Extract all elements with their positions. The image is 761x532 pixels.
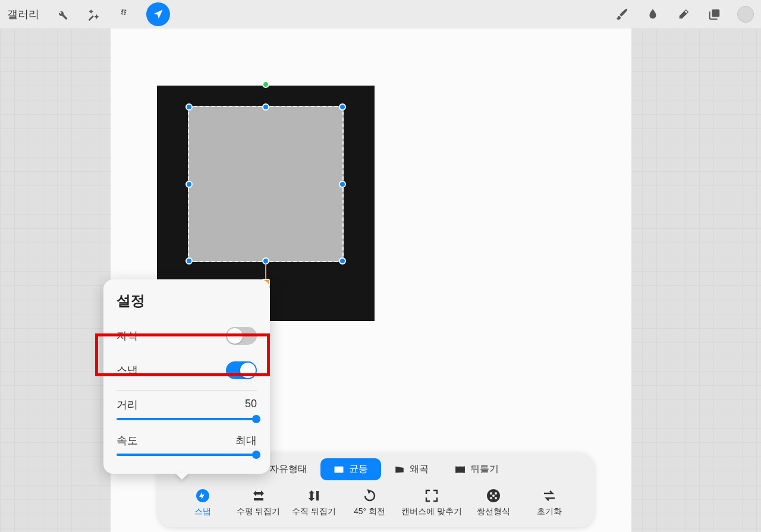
transform-arrow-icon[interactable] <box>146 2 170 26</box>
action-reset[interactable]: 초기화 <box>526 489 573 517</box>
brush-icon[interactable] <box>614 6 630 23</box>
action-bilinear[interactable]: 쌍선형식 <box>470 489 517 517</box>
svg-point-11 <box>492 495 495 497</box>
svg-point-9 <box>490 497 492 499</box>
svg-rect-4 <box>254 498 263 500</box>
action-flip-v[interactable]: 수직 뒤집기 <box>290 489 338 517</box>
distance-slider-row: 거리 50 <box>103 393 270 421</box>
s-selection-icon[interactable] <box>115 6 132 23</box>
handle-top-left[interactable] <box>185 103 193 111</box>
smudge-icon[interactable] <box>644 6 661 23</box>
popup-title: 설정 <box>103 291 270 319</box>
layers-icon[interactable] <box>706 6 723 23</box>
speed-slider[interactable] <box>117 454 257 456</box>
gallery-button[interactable]: 갤러리 <box>7 7 39 21</box>
distance-label: 거리 <box>117 398 138 412</box>
top-toolbar: 갤러리 <box>0 0 761 29</box>
mode-warp[interactable]: 뒤틀기 <box>442 458 512 480</box>
color-picker-circle[interactable] <box>737 6 754 23</box>
snap-label: 스냅 <box>117 363 138 377</box>
snap-toggle[interactable] <box>226 361 257 379</box>
handle-bot-right[interactable] <box>339 257 346 265</box>
svg-rect-5 <box>316 491 319 500</box>
toolbar-right-group <box>614 6 754 23</box>
svg-rect-2 <box>455 466 464 473</box>
action-snap[interactable]: 스냅 <box>179 489 227 517</box>
speed-label: 속도 <box>117 433 138 448</box>
handle-top-right[interactable] <box>339 103 346 111</box>
divider <box>117 390 257 391</box>
mode-distort[interactable]: 왜곡 <box>381 458 442 480</box>
rotation-handle[interactable] <box>262 81 269 88</box>
toolbar-left-group: 갤러리 <box>7 2 170 26</box>
wand-icon[interactable] <box>84 6 101 23</box>
mode-uniform[interactable]: 균등 <box>320 458 381 480</box>
svg-point-8 <box>495 492 497 495</box>
distance-value: 50 <box>245 398 257 412</box>
popup-arrow <box>175 473 189 480</box>
svg-point-7 <box>490 492 492 495</box>
action-rotate[interactable]: 45° 회전 <box>346 489 394 517</box>
snap-row: 스냅 <box>103 353 270 388</box>
speed-value: 최대 <box>235 433 257 448</box>
magnet-toggle[interactable] <box>226 327 257 345</box>
magnet-label: 자석 <box>117 329 138 343</box>
bounding-box[interactable] <box>188 106 344 262</box>
handle-top-mid[interactable] <box>262 103 269 111</box>
svg-point-10 <box>495 497 497 499</box>
eraser-icon[interactable] <box>675 6 692 23</box>
handle-mid-left[interactable] <box>185 181 193 188</box>
handle-bot-left[interactable] <box>185 257 193 265</box>
svg-rect-0 <box>712 10 719 17</box>
action-row: 스냅 수평 뒤집기 수직 뒤집기 45° 회전 캔버스에 맞추기 쌍선형식 초기… <box>172 489 580 517</box>
handle-mid-right[interactable] <box>339 181 346 188</box>
snap-settings-popup: 설정 자석 스냅 거리 50 속도 최대 <box>103 279 270 474</box>
distance-slider[interactable] <box>117 418 257 420</box>
action-flip-h[interactable]: 수평 뒤집기 <box>235 489 282 517</box>
wrench-icon[interactable] <box>54 6 70 23</box>
speed-slider-row: 속도 최대 <box>103 429 270 457</box>
action-fit-canvas[interactable]: 캔버스에 맞추기 <box>401 489 462 517</box>
magnet-row: 자석 <box>103 319 270 353</box>
svg-rect-1 <box>334 466 343 473</box>
